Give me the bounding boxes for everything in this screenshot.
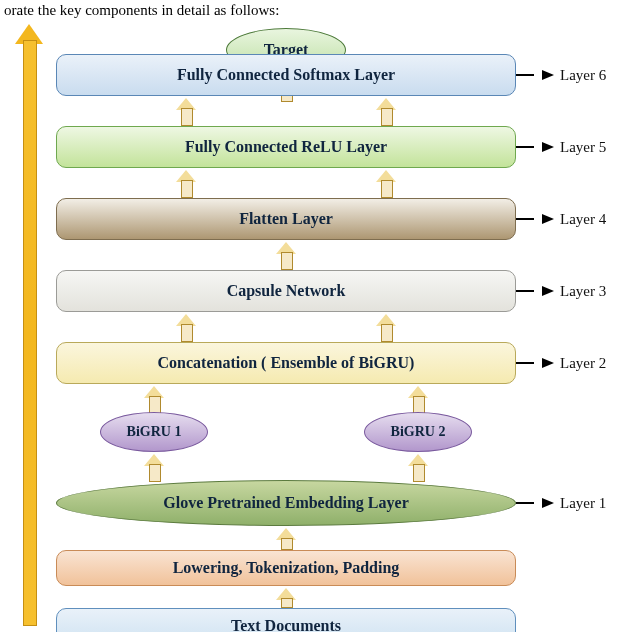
layer-6-label: Layer 6 bbox=[560, 67, 606, 84]
row-layer-3: Capsule Network Layer 3 bbox=[56, 270, 636, 312]
side-arrow-icon bbox=[542, 70, 554, 80]
side-line-icon bbox=[516, 218, 534, 220]
box-preprocessing-label: Lowering, Tokenization, Padding bbox=[173, 559, 400, 577]
arrow-input-to-preproc bbox=[276, 588, 296, 606]
arrow-capsule-to-flatten bbox=[276, 242, 296, 268]
arrow-concat-to-capsule-l bbox=[176, 314, 196, 340]
side-line-icon bbox=[516, 290, 534, 292]
bigru-1-label: BiGRU 1 bbox=[127, 424, 182, 440]
arrow-bigru1-to-concat bbox=[144, 386, 164, 412]
box-softmax-label: Fully Connected Softmax Layer bbox=[177, 66, 395, 84]
side-arrow-icon bbox=[542, 286, 554, 296]
box-input-label: Text Documents bbox=[231, 617, 341, 632]
row-layer-5: Fully Connected ReLU Layer Layer 5 bbox=[56, 126, 636, 168]
box-capsule-layer: Capsule Network bbox=[56, 270, 516, 312]
arrow-relu-to-softmax-r bbox=[376, 98, 396, 124]
box-relu-layer: Fully Connected ReLU Layer bbox=[56, 126, 516, 168]
box-preprocessing: Lowering, Tokenization, Padding bbox=[56, 550, 516, 586]
box-concat-layer: Concatenation ( Ensemble of BiGRU) bbox=[56, 342, 516, 384]
side-arrow-icon bbox=[542, 142, 554, 152]
box-embedding-layer: Glove Pretrained Embedding Layer bbox=[56, 480, 516, 526]
bigru-2-node: BiGRU 2 bbox=[364, 412, 472, 452]
side-line-icon bbox=[516, 74, 534, 76]
layer-2-label: Layer 2 bbox=[560, 355, 606, 372]
arrow-flatten-to-relu-l bbox=[176, 170, 196, 196]
side-line-icon bbox=[516, 502, 534, 504]
box-flatten-label: Flatten Layer bbox=[239, 210, 333, 228]
box-capsule-label: Capsule Network bbox=[227, 282, 346, 300]
row-layer-4: Flatten Layer Layer 4 bbox=[56, 198, 636, 240]
arrow-flatten-to-relu-r bbox=[376, 170, 396, 196]
row-layer-6: Fully Connected Softmax Layer Layer 6 bbox=[56, 54, 636, 96]
box-input: Text Documents bbox=[56, 608, 516, 632]
box-relu-label: Fully Connected ReLU Layer bbox=[185, 138, 387, 156]
arrow-concat-to-capsule-r bbox=[376, 314, 396, 340]
side-line-icon bbox=[516, 146, 534, 148]
side-arrow-icon bbox=[542, 498, 554, 508]
box-flatten-layer: Flatten Layer bbox=[56, 198, 516, 240]
box-concat-label: Concatenation ( Ensemble of BiGRU) bbox=[158, 354, 415, 372]
side-arrow-icon bbox=[542, 358, 554, 368]
row-layer-1: Glove Pretrained Embedding Layer Layer 1 bbox=[56, 480, 636, 526]
arrow-relu-to-softmax-l bbox=[176, 98, 196, 124]
layer-4-label: Layer 4 bbox=[560, 211, 606, 228]
diagram-canvas: Target Fully Connected Softmax Layer Lay… bbox=[0, 0, 640, 632]
side-line-icon bbox=[516, 362, 534, 364]
arrow-embed-to-bigru2 bbox=[408, 454, 428, 480]
arrow-embed-to-bigru1 bbox=[144, 454, 164, 480]
bigru-2-label: BiGRU 2 bbox=[391, 424, 446, 440]
layer-stack: Target Fully Connected Softmax Layer Lay… bbox=[56, 20, 636, 630]
flow-arrow-shaft-icon bbox=[23, 40, 37, 626]
side-arrow-icon bbox=[542, 214, 554, 224]
layer-5-label: Layer 5 bbox=[560, 139, 606, 156]
arrow-bigru2-to-concat bbox=[408, 386, 428, 412]
layer-1-label: Layer 1 bbox=[560, 495, 606, 512]
layer-3-label: Layer 3 bbox=[560, 283, 606, 300]
arrow-preproc-to-embed bbox=[276, 528, 296, 548]
box-embedding-label: Glove Pretrained Embedding Layer bbox=[163, 494, 408, 512]
row-layer-2: Concatenation ( Ensemble of BiGRU) Layer… bbox=[56, 342, 636, 384]
flow-arrow bbox=[18, 24, 40, 624]
box-softmax-layer: Fully Connected Softmax Layer bbox=[56, 54, 516, 96]
bigru-1-node: BiGRU 1 bbox=[100, 412, 208, 452]
